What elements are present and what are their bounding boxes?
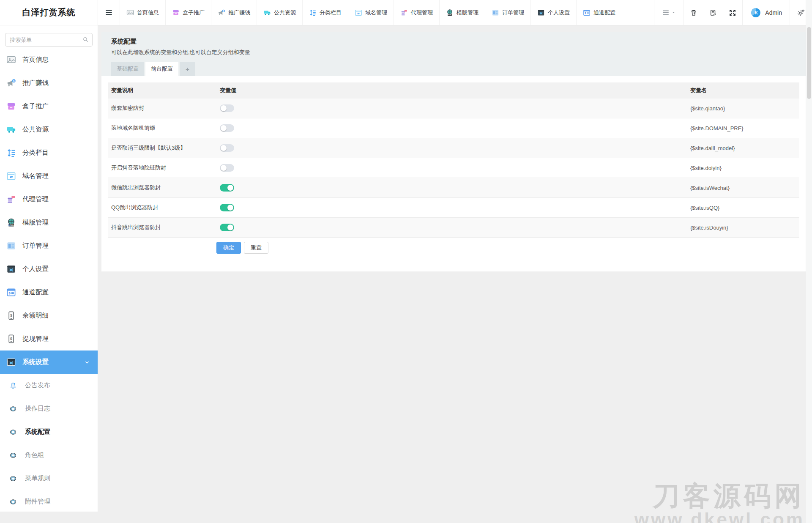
nav-tab-channel[interactable]: $ 通道配置 bbox=[577, 0, 622, 25]
sidebar-item-agent[interactable]: 代理管理 bbox=[0, 188, 98, 211]
nav-tab-template[interactable]: HTML 模版管理 bbox=[440, 0, 485, 25]
toggle-is-douyin[interactable] bbox=[220, 224, 234, 231]
user-menu[interactable]: K Admin bbox=[742, 0, 790, 25]
reset-button[interactable]: 重置 bbox=[244, 242, 268, 254]
nav-tab-label: 订单管理 bbox=[502, 9, 524, 16]
sidebar: 首页信息 $ 推广赚钱 盒子推广 公共资源 分类栏目 w 域名管理 bbox=[0, 25, 98, 512]
var-name: {$site.daili_model} bbox=[687, 138, 799, 158]
megaphone-icon: $ bbox=[6, 78, 16, 88]
sub-item-label: 操作日志 bbox=[25, 405, 50, 413]
agent-rack-icon bbox=[6, 194, 16, 204]
list-dropdown-button[interactable] bbox=[654, 0, 684, 25]
settings-window-icon bbox=[6, 357, 16, 367]
sub-item-operation-log[interactable]: 操作日志 bbox=[0, 397, 98, 420]
svg-text:w: w bbox=[9, 175, 13, 179]
user-name: Admin bbox=[765, 9, 782, 16]
toggle-qiantao[interactable] bbox=[220, 104, 234, 112]
sidebar-item-label: 代理管理 bbox=[22, 195, 49, 204]
toggle-doiyin[interactable] bbox=[220, 164, 234, 172]
sidebar-item-profile[interactable]: 个人设置 bbox=[0, 257, 98, 281]
panel-body: 变量说明 变量值 变量名 嵌套加密防封 {$site.qiantao} 落地域名… bbox=[101, 76, 806, 271]
nav-tab-agent[interactable]: 代理管理 bbox=[394, 0, 440, 25]
tab-add-group[interactable]: + bbox=[180, 62, 195, 76]
svg-text:K: K bbox=[755, 10, 758, 15]
sidebar-item-balance[interactable]: $ 余额明细 bbox=[0, 304, 98, 327]
domain-icon: w bbox=[355, 9, 362, 16]
search-input[interactable] bbox=[5, 33, 93, 47]
sub-item-role-group[interactable]: 角色组 bbox=[0, 444, 98, 467]
svg-text:$: $ bbox=[13, 79, 15, 82]
sidebar-item-withdraw[interactable]: $ 提现管理 bbox=[0, 327, 98, 350]
var-label: 是否取消三级限制【默认3级】 bbox=[108, 138, 216, 158]
sidebar-item-system-settings[interactable]: 系统设置 bbox=[0, 350, 98, 374]
toggle-is-qq[interactable] bbox=[220, 204, 234, 211]
gears-icon bbox=[797, 8, 805, 17]
nav-tab-profile[interactable]: 个人设置 bbox=[531, 0, 577, 25]
var-label: 微信跳出浏览器防封 bbox=[108, 178, 216, 198]
var-label: QQ跳出浏览器防封 bbox=[108, 198, 216, 218]
nav-tab-label: 公共资源 bbox=[274, 9, 296, 16]
avatar: K bbox=[750, 7, 761, 18]
chevron-down-icon bbox=[84, 359, 90, 365]
col-var-value: 变量值 bbox=[216, 82, 687, 99]
picture-icon bbox=[126, 9, 134, 16]
nav-tab-label: 个人设置 bbox=[548, 9, 570, 16]
ring-icon bbox=[8, 428, 18, 436]
submit-button[interactable]: 确定 bbox=[216, 242, 241, 254]
tab-frontend-config[interactable]: 前台配置 bbox=[145, 62, 178, 76]
domain-icon: w bbox=[6, 171, 16, 181]
app-title: 白泽打赏系统 bbox=[0, 0, 98, 25]
sub-item-announcement[interactable]: 公告发布 bbox=[0, 374, 98, 397]
toggle-daili-model[interactable] bbox=[220, 144, 234, 152]
page-scrollbar[interactable] bbox=[806, 0, 812, 523]
tab-basic-config[interactable]: 基础配置 bbox=[111, 62, 144, 76]
nav-tab-domain[interactable]: w 域名管理 bbox=[348, 0, 394, 25]
toggle-domain-pre[interactable] bbox=[220, 124, 234, 132]
table-header-row: 变量说明 变量值 变量名 bbox=[108, 82, 799, 99]
page-title: 系统配置 bbox=[111, 38, 796, 46]
sidebar-item-home[interactable]: 首页信息 bbox=[0, 48, 98, 71]
sub-item-menu-rules[interactable]: 菜单规则 bbox=[0, 467, 98, 490]
nav-tab-category[interactable]: 分类栏目 bbox=[303, 0, 348, 25]
sidebar-item-promo-earn[interactable]: $ 推广赚钱 bbox=[0, 71, 98, 95]
top-header: 白泽打赏系统 首页信息 盒子推广 $ 推广赚钱 公共资源 bbox=[0, 0, 812, 25]
nav-tab-order[interactable]: 订单管理 bbox=[485, 0, 531, 25]
globe-html-icon: HTML bbox=[446, 9, 454, 16]
sub-item-attachment[interactable]: 附件管理 bbox=[0, 490, 98, 513]
fullscreen-button[interactable] bbox=[723, 0, 742, 25]
svg-text:$: $ bbox=[223, 10, 224, 12]
sub-item-label: 附件管理 bbox=[25, 498, 50, 506]
nav-tab-public-res[interactable]: 公共资源 bbox=[257, 0, 303, 25]
ring-icon bbox=[8, 475, 18, 482]
sidebar-item-order[interactable]: 订单管理 bbox=[0, 234, 98, 257]
sidebar-item-category[interactable]: 分类栏目 bbox=[0, 141, 98, 164]
scrollbar-thumb[interactable] bbox=[807, 27, 811, 99]
watermark-line1: 刀客源码网 bbox=[634, 482, 805, 510]
top-nav: 首页信息 盒子推广 $ 推广赚钱 公共资源 分类栏目 w 域名管理 bbox=[98, 0, 812, 25]
caret-down-icon bbox=[671, 10, 676, 15]
nav-tab-label: 推广赚钱 bbox=[228, 9, 250, 16]
sidebar-search bbox=[5, 33, 93, 47]
var-name: {$site.isWechat} bbox=[687, 178, 799, 198]
toggle-is-wechat[interactable] bbox=[220, 184, 234, 192]
refresh-page-button[interactable] bbox=[703, 0, 723, 25]
nav-tab-home[interactable]: 首页信息 bbox=[120, 0, 166, 25]
box-icon bbox=[172, 9, 180, 16]
nav-tab-promo-earn[interactable]: $ 推广赚钱 bbox=[211, 0, 257, 25]
table-row: 开启抖音落地隐链防封 {$site.doiyin} bbox=[108, 158, 799, 178]
clear-cache-button[interactable] bbox=[684, 0, 703, 25]
sidebar-item-box-promo[interactable]: 盒子推广 bbox=[0, 95, 98, 118]
svg-text:HTML: HTML bbox=[448, 14, 452, 16]
withdraw-phone-icon: $ bbox=[6, 334, 16, 344]
sidebar-item-channel[interactable]: $ 通道配置 bbox=[0, 281, 98, 304]
sub-item-label: 角色组 bbox=[25, 451, 44, 459]
sidebar-item-domain[interactable]: w 域名管理 bbox=[0, 164, 98, 188]
sub-item-system-config[interactable]: 系统配置 bbox=[0, 420, 98, 444]
order-board-icon bbox=[492, 9, 499, 16]
sidebar-item-template[interactable]: HTML 模版管理 bbox=[0, 211, 98, 234]
sidebar-item-public-res[interactable]: 公共资源 bbox=[0, 118, 98, 141]
nav-tab-box-promo[interactable]: 盒子推广 bbox=[166, 0, 211, 25]
sidebar-toggle-button[interactable] bbox=[98, 0, 120, 25]
watermark: 刀客源码网 www.dkewl.com bbox=[634, 482, 805, 523]
globe-html-icon: HTML bbox=[6, 218, 16, 227]
